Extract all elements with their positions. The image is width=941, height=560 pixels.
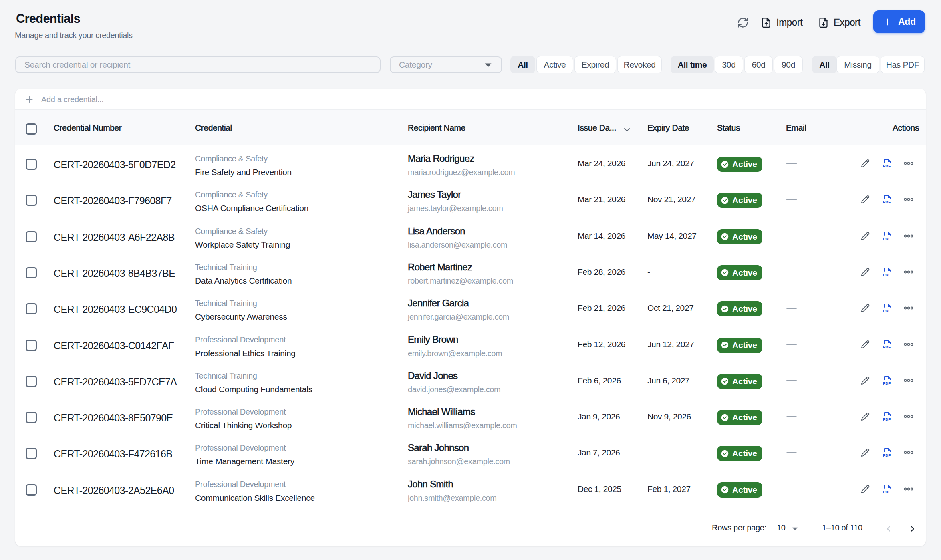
svg-text:PDF: PDF [883,164,891,168]
svg-text:PDF: PDF [883,417,891,421]
svg-text:PDF: PDF [883,200,891,204]
svg-text:PDF: PDF [883,453,891,457]
svg-text:PDF: PDF [883,489,891,494]
svg-text:PDF: PDF [883,272,891,277]
svg-text:PDF: PDF [883,381,891,385]
svg-text:PDF: PDF [883,236,891,241]
svg-text:PDF: PDF [883,345,891,349]
svg-text:PDF: PDF [883,308,891,313]
